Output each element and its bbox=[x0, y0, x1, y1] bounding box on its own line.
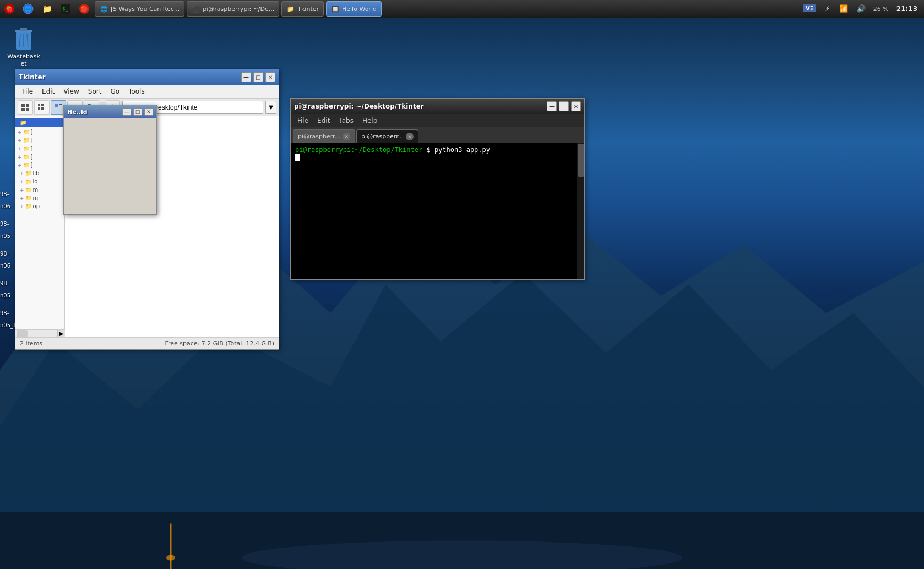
svg-text:🌐: 🌐 bbox=[24, 5, 32, 13]
terminal-cursor bbox=[295, 154, 300, 161]
terminal-titlebar[interactable]: pi@raspberrypi: ~/Desktop/Tkinter — □ ✕ bbox=[291, 99, 584, 114]
svg-rect-33 bbox=[41, 107, 44, 110]
filemanager-statusbar: 2 items Free space: 7.2 GiB (Total: 12.4… bbox=[15, 337, 279, 349]
file-menu[interactable]: File bbox=[18, 86, 37, 96]
terminal-tab-1-label: pi@raspberr... bbox=[298, 133, 340, 140]
terminal-scrollbar-thumb[interactable] bbox=[578, 144, 584, 177]
address-dropdown-btn[interactable]: ▼ bbox=[265, 101, 276, 114]
terminal-minimize-btn[interactable]: — bbox=[547, 101, 557, 111]
terminal-text-area[interactable]: pi@raspberrypi:~/Desktop/Tkinter $ pytho… bbox=[291, 143, 577, 279]
red-app-icon[interactable]: 🔴 bbox=[76, 1, 93, 17]
tkinter-menubar: File Edit View Sort Go Tools bbox=[15, 85, 279, 99]
wastebasket-icon[interactable]: Wastebasket bbox=[4, 23, 43, 69]
terminal-menubar: File Edit Tabs Help bbox=[291, 114, 584, 127]
terminal-prompt: pi@raspberrypi:~/Desktop/Tkinter bbox=[295, 146, 422, 154]
terminal-help-menu[interactable]: Help bbox=[358, 116, 382, 126]
sidebar-tree-item-1[interactable]: + 📁 [ bbox=[15, 128, 64, 136]
terminal-tabs-menu[interactable]: Tabs bbox=[334, 116, 358, 126]
bluetooth-tray-icon[interactable]: ⚡ bbox=[820, 3, 834, 15]
tkinter-close-btn[interactable]: ✕ bbox=[265, 72, 275, 82]
wastebasket-label: Wastebasket bbox=[7, 53, 41, 67]
svg-text:VΞ: VΞ bbox=[806, 6, 813, 12]
hello-maximize-btn[interactable]: □ bbox=[133, 108, 142, 116]
sidebar-tree-item-5[interactable]: + 📁 [ bbox=[15, 161, 64, 169]
volume-tray-icon[interactable]: 🔊 bbox=[854, 3, 869, 15]
sidebar-tree-item-4[interactable]: + 📁 [ bbox=[15, 153, 64, 161]
wastebasket-image bbox=[10, 25, 37, 52]
compact-view-btn[interactable] bbox=[34, 100, 50, 115]
browser-window-btn[interactable]: 🌐 [5 Ways You Can Rec... bbox=[95, 1, 184, 17]
terminal1-win-icon: ⬛ bbox=[192, 4, 200, 13]
tkinter-window-btn[interactable]: 📁 Tkinter bbox=[281, 1, 324, 17]
svg-rect-28 bbox=[21, 108, 25, 111]
terminal-tab-2[interactable]: pi@raspberr... ✕ bbox=[356, 129, 418, 143]
sidebar-tree-item-2[interactable]: + 📁 [ bbox=[15, 136, 64, 144]
taskbar: 🍓 🌐 📁 $_ 🔴 🌐 [5 Ways You Can Rec... ⬛ pi… bbox=[0, 0, 924, 18]
hello-close-btn[interactable]: ✕ bbox=[144, 108, 153, 116]
sidebar-tree-item-op[interactable]: + 📁 op bbox=[15, 202, 64, 210]
hello-minimize-btn[interactable]: — bbox=[122, 108, 131, 116]
free-space: Free space: 7.2 GiB (Total: 12.4 GiB) bbox=[165, 340, 274, 347]
svg-rect-32 bbox=[38, 107, 40, 110]
svg-text:📁: 📁 bbox=[42, 4, 52, 14]
edit-menu[interactable]: Edit bbox=[37, 86, 59, 96]
terminal1-window-btn[interactable]: ⬛ pi@raspberrypi: ~/De... bbox=[187, 1, 279, 17]
terminal-tab-2-label: pi@raspberr... bbox=[361, 133, 404, 140]
terminal-scrollbar[interactable] bbox=[577, 143, 584, 279]
svg-rect-29 bbox=[26, 108, 29, 111]
hello-world-content bbox=[64, 118, 156, 214]
terminal-body: pi@raspberrypi:~/Desktop/Tkinter $ pytho… bbox=[291, 143, 584, 279]
system-clock: 21:13 bbox=[893, 5, 921, 13]
sidebar-scrollbar[interactable]: ▶ bbox=[15, 329, 65, 337]
hello-world-controls: — □ ✕ bbox=[122, 108, 153, 116]
terminal-file-menu[interactable]: File bbox=[293, 116, 313, 126]
sidebar-tree-item-m2[interactable]: + 📁 m bbox=[15, 194, 64, 202]
hello-world-titlebar[interactable]: He..ld — □ ✕ bbox=[64, 105, 156, 118]
tkinter-win-icon: 📁 bbox=[286, 4, 295, 13]
svg-rect-21 bbox=[20, 28, 27, 31]
svg-text:⚡: ⚡ bbox=[825, 4, 830, 13]
hello-world-title: He..ld bbox=[67, 109, 122, 116]
browser-win-icon: 🌐 bbox=[100, 4, 108, 13]
browser-taskbar-icon[interactable]: 🌐 bbox=[20, 1, 36, 17]
sort-menu[interactable]: Sort bbox=[84, 86, 106, 96]
view-menu[interactable]: View bbox=[59, 86, 83, 96]
sidebar-tree-item-lo[interactable]: + 📁 lo bbox=[15, 177, 64, 186]
svg-rect-35 bbox=[59, 104, 62, 105]
wifi-tray-icon[interactable]: 📶 bbox=[836, 3, 851, 15]
folder-taskbar-icon[interactable]: 📁 bbox=[39, 1, 55, 17]
tkinter-title: Tkinter bbox=[19, 73, 241, 81]
svg-rect-26 bbox=[21, 104, 25, 107]
svg-point-5 bbox=[166, 555, 175, 560]
svg-text:📶: 📶 bbox=[839, 4, 849, 13]
sidebar-selected-item[interactable]: 📁 bbox=[15, 118, 64, 127]
tkinter-titlebar[interactable]: Tkinter — □ ✕ bbox=[15, 69, 279, 85]
helloworld-window-btn[interactable]: 🔲 Hello World bbox=[326, 1, 382, 17]
tkinter-window-controls: — □ ✕ bbox=[241, 72, 275, 82]
svg-rect-30 bbox=[38, 104, 40, 106]
ve-tray-icon[interactable]: VΞ bbox=[801, 3, 818, 15]
terminal-tab-1-close[interactable]: ✕ bbox=[343, 133, 350, 140]
item-count: 2 items bbox=[20, 340, 42, 347]
helloworld-win-icon: 🔲 bbox=[331, 4, 340, 13]
svg-rect-27 bbox=[26, 104, 29, 107]
tkinter-maximize-btn[interactable]: □ bbox=[253, 72, 263, 82]
svg-text:🍓: 🍓 bbox=[6, 5, 13, 13]
battery-indicator: 26 % bbox=[871, 6, 891, 13]
icon-view-btn[interactable] bbox=[18, 100, 33, 115]
tools-menu[interactable]: Tools bbox=[124, 86, 149, 96]
tkinter-minimize-btn[interactable]: — bbox=[241, 72, 251, 82]
taskbar-left: 🍓 🌐 📁 $_ 🔴 🌐 [5 Ways You Can Rec... ⬛ pi… bbox=[0, 1, 801, 17]
terminal-tab-2-close[interactable]: ✕ bbox=[406, 133, 414, 140]
sidebar-tree-item-3[interactable]: + 📁 [ bbox=[15, 144, 64, 153]
terminal-tab-1[interactable]: pi@raspberr... ✕ bbox=[293, 129, 355, 143]
terminal-taskbar-icon[interactable]: $_ bbox=[57, 1, 74, 17]
terminal-close-btn[interactable]: ✕ bbox=[571, 101, 581, 111]
terminal-maximize-btn[interactable]: □ bbox=[559, 101, 569, 111]
terminal-edit-menu[interactable]: Edit bbox=[313, 116, 334, 126]
go-menu[interactable]: Go bbox=[106, 86, 124, 96]
sidebar-tree-item-lib[interactable]: + 📁 lib bbox=[15, 169, 64, 177]
raspberry-icon[interactable]: 🍓 bbox=[1, 1, 18, 17]
sidebar-tree-item-m1[interactable]: + 📁 m bbox=[15, 186, 64, 194]
hello-world-window: He..ld — □ ✕ bbox=[63, 105, 157, 215]
